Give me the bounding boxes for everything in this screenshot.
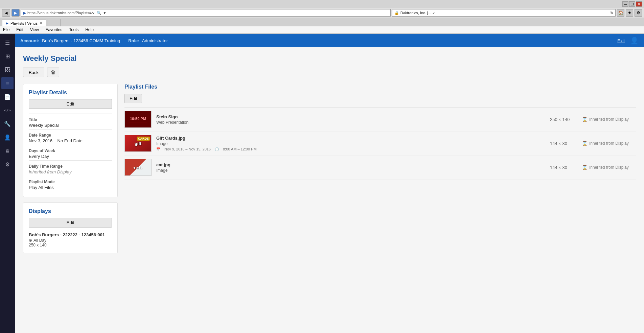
displays-edit-button[interactable]: Edit: [29, 218, 112, 228]
tab-playlists[interactable]: ▶ Playlists | Venus ✕: [2, 20, 46, 26]
detail-title-section: Title Weekly Special: [29, 114, 112, 129]
content-cols: Playlist Details Edit Title Weekly Speci…: [23, 84, 636, 253]
nav-monitor[interactable]: 🖥: [1, 145, 14, 157]
duration-value-gift: Inherited from Display: [589, 141, 629, 146]
dropdown-icon: ▼: [103, 11, 106, 15]
file-size-eat: 144 × 80: [550, 165, 577, 170]
time-range-gift: 8:00 AM – 12:00 PM: [223, 147, 257, 151]
file-size-stein: 250 × 140: [550, 117, 577, 122]
detail-timerange-section: Daily Time Range Inherited from Display: [29, 160, 112, 176]
nav-list[interactable]: ≡: [1, 77, 14, 89]
delete-button[interactable]: 🗑: [47, 68, 59, 77]
date-range-gift: Nov 9, 2016 – Nov 15, 2016: [164, 147, 211, 151]
file-info-stein: Stein Sign Web Presentation: [156, 114, 545, 125]
file-size-gift: 144 × 80: [550, 141, 577, 146]
display-name: Bob's Burgers - 222222 - 123456-001: [29, 232, 112, 237]
menu-edit[interactable]: Edit: [15, 27, 24, 32]
star-button[interactable]: ★: [626, 9, 633, 17]
left-col: Playlist Details Edit Title Weekly Speci…: [23, 84, 118, 253]
forward-nav-button[interactable]: ▶: [12, 9, 20, 17]
timerange-value: Inherited from Display: [29, 169, 112, 174]
account-value: Bob's Burgers - 123456 COMM Training: [42, 38, 120, 43]
back-nav-button[interactable]: ◀: [2, 9, 10, 17]
playlist-files-edit-button[interactable]: Edit: [124, 94, 142, 103]
home-button[interactable]: 🏠: [617, 9, 624, 17]
file-item-eat: eat. eat.jpg Image 144 × 80 ⌛ Inherited …: [124, 156, 636, 180]
role-label: Role:: [128, 38, 139, 43]
displays-title: Displays: [29, 208, 112, 214]
duration-value-stein: Inherited from Display: [589, 117, 629, 122]
file-meta-gift: 📅 Nov 9, 2016 – Nov 15, 2016 🕐 8:00 AM –…: [156, 147, 545, 151]
file-type-eat: Image: [156, 168, 545, 173]
hourglass-icon-gift: ⌛: [582, 141, 588, 146]
playlistmode-label: Playlist Mode: [29, 180, 112, 184]
play-icon: ▶: [23, 11, 26, 15]
title-value: Weekly Special: [29, 123, 112, 128]
menu-file[interactable]: File: [2, 27, 10, 32]
nav-image[interactable]: 🖼: [1, 64, 14, 76]
playlist-details-card: Playlist Details Edit Title Weekly Speci…: [23, 84, 118, 197]
tab-bar: ▶ Playlists | Venus ✕: [0, 18, 644, 26]
topbar-left: Account: Bob's Burgers - 123456 COMM Tra…: [20, 38, 168, 43]
gear-toolbar-button[interactable]: ⚙: [635, 9, 642, 17]
file-type-gift: Image: [156, 141, 545, 146]
playlist-details-title: Playlist Details: [29, 90, 112, 96]
site-label: Daktronics, Inc. [... ✓: [400, 11, 435, 15]
exit-button[interactable]: Exit: [617, 38, 625, 43]
app-container: Account: Bob's Burgers - 123456 COMM Tra…: [15, 34, 644, 333]
hourglass-icon-stein: ⌛: [582, 117, 588, 122]
restore-button[interactable]: ❐: [629, 1, 635, 7]
address-bar[interactable]: ▶ https://venus.daktronics.com/Playlists…: [21, 9, 391, 17]
daterange-label: Date Range: [29, 133, 112, 138]
playlist-details-edit-button[interactable]: Edit: [29, 99, 112, 109]
displays-edit-wrap: Edit: [29, 218, 112, 228]
file-item-gift: gift CARDS Gift Cards.jpg Image 📅 Nov 9,…: [124, 132, 636, 156]
lock-icon: 🔒: [394, 11, 399, 15]
title-label: Title: [29, 117, 112, 122]
tab-play-icon: ▶: [6, 21, 8, 25]
minimize-button[interactable]: —: [622, 1, 628, 7]
playlistmode-value: Play All Files: [29, 185, 112, 190]
detail-playlistmode-section: Playlist Mode Play All Files: [29, 176, 112, 191]
nav-code[interactable]: </>: [1, 104, 14, 116]
nav-person[interactable]: 👤: [1, 131, 14, 143]
role-value: Administrator: [142, 38, 168, 43]
left-nav: ☰ ⊞ 🖼 ≡ 📄 </> 🔧 👤 🖥 ⚙: [0, 34, 15, 333]
new-tab-area: [47, 19, 61, 26]
nav-wrench[interactable]: 🔧: [1, 118, 14, 130]
tab-label: Playlists | Venus: [10, 21, 38, 25]
toolbar-right: 🏠 ★ ⚙: [617, 9, 642, 17]
right-col: Playlist Files Edit 10:59 PM: [124, 84, 636, 180]
security-bar: 🔒 Daktronics, Inc. [... ✓ ↻: [392, 9, 616, 17]
file-thumb-eat: eat.: [124, 159, 152, 176]
titlebar-right: — ❐ ✕: [622, 1, 642, 7]
search-icon: 🔍: [97, 11, 101, 15]
daterange-value: Nov 3, 2016 – No End Date: [29, 138, 112, 143]
daysofweek-value: Every Day: [29, 154, 112, 159]
nav-grid[interactable]: ⊞: [1, 50, 14, 62]
file-type-stein: Web Presentation: [156, 120, 545, 125]
clock-icon-gift: 🕐: [215, 147, 219, 151]
nav-document[interactable]: 📄: [1, 91, 14, 103]
tab-close-button[interactable]: ✕: [40, 21, 43, 25]
menu-tools[interactable]: Tools: [68, 27, 79, 32]
close-button[interactable]: ✕: [636, 1, 642, 7]
nav-gear[interactable]: ⚙: [1, 158, 14, 170]
timerange-label: Daily Time Range: [29, 164, 112, 169]
file-list: 10:59 PM Stein Sign Web Presentation 250…: [124, 107, 636, 180]
file-name-stein: Stein Sign: [156, 114, 545, 119]
browser-toolbar: ◀ ▶ ▶ https://venus.daktronics.com/Playl…: [0, 8, 644, 18]
address-text: https://venus.daktronics.com/Playlists#/…: [27, 11, 94, 15]
nav-hamburger[interactable]: ☰: [1, 37, 14, 49]
refresh-icon[interactable]: ↻: [610, 11, 613, 15]
browser-chrome: — ❐ ✕ ◀ ▶ ▶ https://venus.daktronics.com…: [0, 0, 644, 34]
browser-titlebar: — ❐ ✕: [0, 0, 644, 8]
calendar-icon-gift: 📅: [156, 147, 160, 151]
daysofweek-label: Days of Week: [29, 148, 112, 153]
pf-edit-wrap: Edit: [124, 94, 636, 103]
menu-help[interactable]: Help: [84, 27, 95, 32]
menu-favorites[interactable]: Favorites: [45, 27, 63, 32]
back-button[interactable]: Back: [23, 68, 44, 77]
menu-view[interactable]: View: [29, 27, 40, 32]
user-icon: 👤: [630, 37, 639, 45]
